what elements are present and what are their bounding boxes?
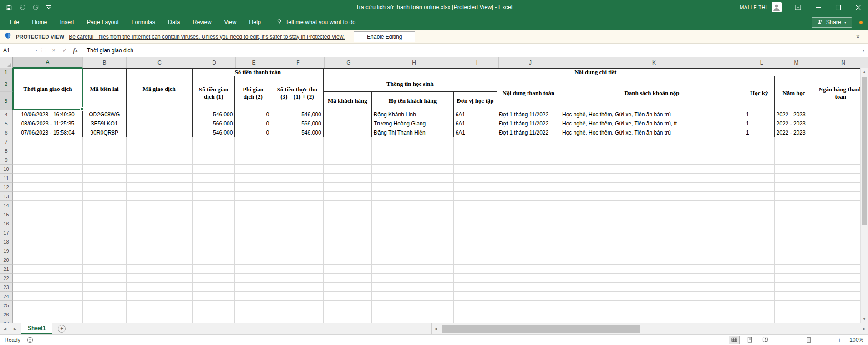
cell[interactable]: [775, 301, 814, 310]
cell[interactable]: [271, 183, 324, 192]
ribbon-tab-help[interactable]: Help: [243, 15, 267, 30]
cell[interactable]: [235, 274, 271, 283]
cell[interactable]: [454, 183, 497, 192]
row-header-10[interactable]: 10: [0, 165, 13, 174]
cell[interactable]: 0: [235, 128, 271, 137]
row-header-20[interactable]: 20: [0, 255, 13, 265]
sheet-nav-left-icon[interactable]: ◄: [0, 326, 10, 331]
cell[interactable]: [83, 274, 127, 283]
cell[interactable]: [193, 265, 235, 274]
cell[interactable]: 1: [744, 119, 775, 128]
cell[interactable]: [744, 219, 775, 228]
column-header-J[interactable]: J: [499, 57, 562, 68]
cell[interactable]: [560, 283, 744, 292]
cell[interactable]: [271, 146, 324, 155]
cell[interactable]: 546,000: [271, 128, 324, 137]
cell[interactable]: Đợt 1 tháng 11/2022: [497, 128, 560, 137]
cell[interactable]: [744, 246, 775, 255]
cell[interactable]: 546,000: [271, 110, 324, 119]
cell[interactable]: OD2G08WG: [83, 110, 127, 119]
cell[interactable]: [235, 283, 271, 292]
cell[interactable]: [324, 210, 372, 219]
cell[interactable]: [193, 310, 235, 319]
row-header-16[interactable]: 16: [0, 219, 13, 228]
cell[interactable]: 566,000: [193, 119, 235, 128]
cell[interactable]: [271, 192, 324, 201]
row-header-23[interactable]: 23: [0, 283, 13, 292]
cell[interactable]: [744, 274, 775, 283]
cell[interactable]: [497, 292, 560, 301]
row-header-22[interactable]: 22: [0, 274, 13, 283]
cell[interactable]: [454, 301, 497, 310]
cell[interactable]: [13, 319, 83, 323]
horizontal-scroll-track[interactable]: [440, 323, 860, 334]
cell[interactable]: [560, 183, 744, 192]
column-header-B[interactable]: B: [83, 57, 127, 68]
cell[interactable]: 546,000: [193, 128, 235, 137]
cell[interactable]: [13, 310, 83, 319]
cell[interactable]: [193, 292, 235, 301]
cell[interactable]: [271, 165, 324, 174]
cell[interactable]: Trương Hoàng Giang: [372, 119, 454, 128]
name-box-dropdown-icon[interactable]: ▾: [36, 48, 37, 52]
message-bar-text[interactable]: Be careful—files from the Internet can c…: [69, 34, 345, 40]
cell[interactable]: [271, 301, 324, 310]
row-header-11[interactable]: 11: [0, 174, 13, 183]
cell[interactable]: 0: [235, 119, 271, 128]
cell[interactable]: [744, 301, 775, 310]
cell[interactable]: [560, 237, 744, 246]
cell[interactable]: [127, 274, 193, 283]
cell[interactable]: [324, 219, 372, 228]
tell-me-box[interactable]: Tell me what you want to do: [276, 19, 355, 26]
cell[interactable]: [127, 110, 193, 119]
zoom-slider-thumb[interactable]: [807, 337, 811, 343]
cell[interactable]: [454, 174, 497, 183]
cell[interactable]: 6A1: [454, 119, 497, 128]
cell[interactable]: [372, 146, 454, 155]
cell[interactable]: [372, 201, 454, 210]
cell[interactable]: [235, 146, 271, 155]
cell[interactable]: [372, 265, 454, 274]
cell[interactable]: [744, 192, 775, 201]
undo-icon[interactable]: [19, 4, 25, 10]
cell[interactable]: [497, 310, 560, 319]
row-header-26[interactable]: 26: [0, 310, 13, 319]
cell[interactable]: 566,000: [271, 119, 324, 128]
cell[interactable]: [775, 274, 814, 283]
horizontal-scrollbar[interactable]: ◄ ►: [431, 323, 868, 334]
cell[interactable]: [127, 319, 193, 323]
cell[interactable]: [127, 183, 193, 192]
cell[interactable]: [324, 155, 372, 165]
cell[interactable]: [13, 265, 83, 274]
row-header-2[interactable]: 2: [0, 76, 13, 92]
cell[interactable]: [560, 274, 744, 283]
cell[interactable]: [127, 255, 193, 265]
cell[interactable]: [324, 265, 372, 274]
cell[interactable]: 0: [235, 110, 271, 119]
cell[interactable]: [83, 201, 127, 210]
cell[interactable]: [324, 255, 372, 265]
cell[interactable]: [193, 155, 235, 165]
maximize-button[interactable]: [828, 0, 848, 15]
cell[interactable]: [560, 301, 744, 310]
header-cell[interactable]: Số tiền giao dịch (1): [193, 76, 235, 110]
cell[interactable]: [235, 237, 271, 246]
header-cell[interactable]: Mã giao dịch: [127, 68, 193, 110]
cell[interactable]: [560, 137, 744, 146]
user-name[interactable]: MAI LE THI: [740, 5, 767, 10]
cell[interactable]: [13, 301, 83, 310]
cell[interactable]: [13, 246, 83, 255]
cell[interactable]: [372, 292, 454, 301]
cell[interactable]: [13, 165, 83, 174]
cell[interactable]: Đợt 1 tháng 11/2022: [497, 110, 560, 119]
cell[interactable]: [454, 237, 497, 246]
cell[interactable]: [497, 246, 560, 255]
cell[interactable]: [127, 146, 193, 155]
header-cell[interactable]: Danh sách khoản nộp: [560, 76, 744, 110]
cell[interactable]: [560, 155, 744, 165]
cell[interactable]: [372, 137, 454, 146]
cell[interactable]: [13, 192, 83, 201]
cell[interactable]: [324, 128, 372, 137]
cell[interactable]: [454, 165, 497, 174]
cell[interactable]: [127, 210, 193, 219]
